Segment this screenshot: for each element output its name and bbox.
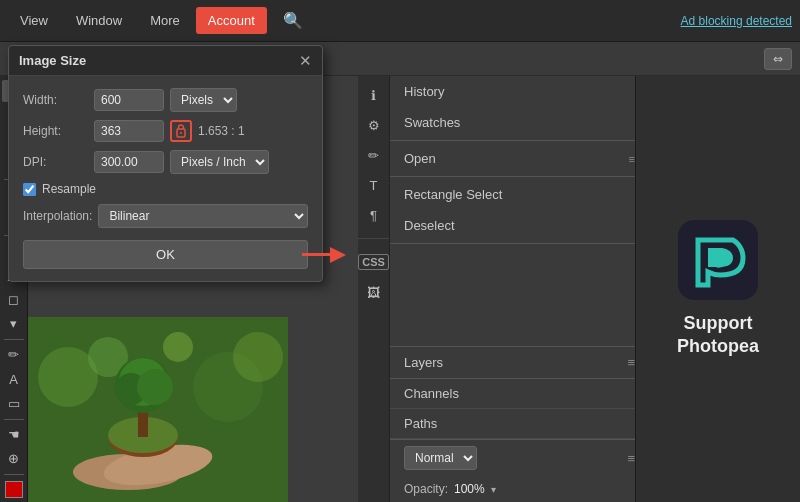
photopea-logo-area: Support Photopea: [635, 76, 800, 502]
opacity-row: Opacity: 100% ▾: [390, 476, 649, 502]
search-button[interactable]: 🔍: [275, 7, 311, 34]
shape-tool[interactable]: ▭: [2, 392, 26, 414]
image-content: [28, 317, 288, 502]
info-panel-icon[interactable]: ℹ: [361, 82, 387, 108]
ok-button[interactable]: OK: [23, 240, 308, 269]
resample-checkbox[interactable]: [23, 183, 36, 196]
nav-more[interactable]: More: [138, 7, 192, 34]
resample-label: Resample: [42, 182, 96, 196]
tool-separator-4: [4, 419, 24, 420]
menu-separator-1: [390, 140, 649, 141]
dpi-row: DPI: Pixels / Inch: [23, 150, 308, 174]
rectangle-select-menu-item[interactable]: Rectangle Select: [390, 179, 649, 210]
layers-options-icon[interactable]: ≡: [627, 355, 635, 370]
svg-point-4: [163, 332, 193, 362]
channels-row[interactable]: Channels: [390, 379, 649, 409]
hand-tool[interactable]: ☚: [2, 424, 26, 446]
dpi-input[interactable]: [94, 151, 164, 173]
swatches-menu-item[interactable]: Swatches: [390, 107, 649, 138]
dialog-body: Width: Pixels Height: 1.653 : 1 DPI:: [9, 76, 322, 281]
nav-account[interactable]: Account: [196, 7, 267, 34]
css-panel-icon[interactable]: CSS: [361, 249, 387, 275]
dialog-title-bar[interactable]: Image Size ✕: [9, 46, 322, 76]
height-row: Height: 1.653 : 1: [23, 120, 308, 142]
blend-mode-options[interactable]: ≡: [627, 451, 635, 466]
svg-point-17: [180, 132, 182, 134]
height-label: Height:: [23, 124, 88, 138]
resample-row: Resample: [23, 182, 308, 196]
fill-tool[interactable]: ▾: [2, 313, 26, 335]
image-size-dialog: Image Size ✕ Width: Pixels Height: 1.653…: [8, 45, 323, 282]
width-row: Width: Pixels: [23, 88, 308, 112]
dialog-close-button[interactable]: ✕: [299, 53, 312, 68]
adjustments-panel-icon[interactable]: ⚙: [361, 112, 387, 138]
dpi-unit-select[interactable]: Pixels / Inch: [170, 150, 269, 174]
paths-row[interactable]: Paths: [390, 409, 649, 439]
nav-window[interactable]: Window: [64, 7, 134, 34]
menu-separator-3: [390, 243, 649, 244]
photopea-support-text[interactable]: Support Photopea: [677, 312, 759, 359]
svg-point-5: [233, 332, 283, 382]
ok-button-row: OK: [23, 240, 308, 269]
dpi-label: DPI:: [23, 155, 88, 169]
panel-icon-column: ℹ ⚙ ✏ T ¶ CSS 🖼: [358, 76, 390, 502]
text-tool[interactable]: A: [2, 368, 26, 390]
interpolation-label: Interpolation:: [23, 209, 92, 223]
pen-tool[interactable]: ✏: [2, 344, 26, 366]
open-menu-item[interactable]: Open ≡: [390, 143, 649, 174]
foreground-color-swatch[interactable]: [5, 481, 23, 498]
height-input[interactable]: [94, 120, 164, 142]
opacity-dropdown-arrow[interactable]: ▾: [491, 484, 496, 495]
image-panel-icon[interactable]: 🖼: [361, 279, 387, 305]
photopea-logo-svg: [678, 220, 758, 300]
history-menu-item[interactable]: History: [390, 76, 649, 107]
deselect-menu-item[interactable]: Deselect: [390, 210, 649, 241]
menu-separator-2: [390, 176, 649, 177]
menu-panel: History Swatches Open ≡ Rectangle Select…: [390, 76, 650, 502]
width-unit-select[interactable]: Pixels: [170, 88, 237, 112]
image-thumbnail: [28, 317, 288, 502]
eraser-tool[interactable]: ◻: [2, 288, 26, 310]
layers-panel-header[interactable]: Layers ≡: [390, 347, 649, 379]
nav-view[interactable]: View: [8, 7, 60, 34]
top-nav: View Window More Account 🔍 Ad blocking d…: [0, 0, 800, 42]
blend-mode-select[interactable]: Normal: [404, 446, 477, 470]
svg-point-14: [137, 369, 173, 405]
aspect-ratio-lock-icon[interactable]: [170, 120, 192, 142]
css-badge-label: CSS: [358, 254, 389, 270]
brush-panel-icon[interactable]: ✏: [361, 142, 387, 168]
dialog-title-text: Image Size: [19, 53, 86, 68]
zoom-tool[interactable]: ⊕: [2, 448, 26, 470]
arrows-button[interactable]: ⇔: [764, 48, 792, 70]
width-label: Width:: [23, 93, 88, 107]
interpolation-select[interactable]: Bilinear: [98, 204, 308, 228]
tool-separator-5: [4, 474, 24, 475]
ad-blocking-notice[interactable]: Ad blocking detected: [681, 14, 792, 28]
aspect-ratio-text: 1.653 : 1: [198, 124, 245, 138]
tool-separator-3: [4, 339, 24, 340]
width-input[interactable]: [94, 89, 164, 111]
paragraph-panel-icon[interactable]: ¶: [361, 202, 387, 228]
text-panel-icon[interactable]: T: [361, 172, 387, 198]
interpolation-row: Interpolation: Bilinear: [23, 204, 308, 228]
